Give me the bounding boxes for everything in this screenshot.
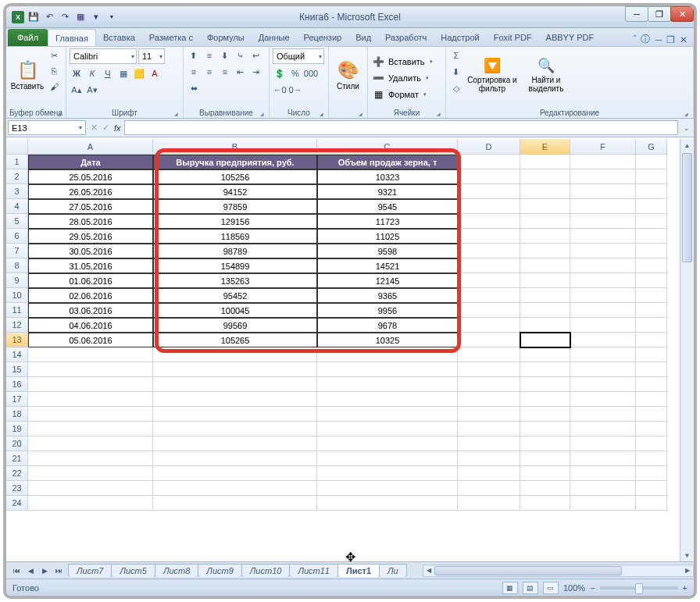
cell[interactable]: [317, 377, 458, 392]
cell[interactable]: [570, 362, 636, 377]
shrink-font-icon[interactable]: A▾: [85, 83, 99, 97]
data-cell[interactable]: 9365: [317, 288, 458, 303]
data-cell[interactable]: 29.05.2016: [28, 229, 153, 244]
data-cell[interactable]: 04.06.2016: [28, 318, 153, 333]
cell[interactable]: [520, 199, 570, 214]
cell[interactable]: [520, 273, 570, 288]
doc-minimize-icon[interactable]: ─: [655, 34, 662, 45]
cell[interactable]: [317, 496, 458, 511]
cell[interactable]: [458, 496, 520, 511]
data-cell[interactable]: 9545: [317, 199, 458, 214]
cell[interactable]: [520, 481, 570, 496]
cell[interactable]: [153, 407, 317, 422]
indent-dec-icon[interactable]: ⇤: [234, 65, 248, 79]
cell[interactable]: [520, 229, 570, 244]
data-cell[interactable]: 11723: [317, 214, 458, 229]
view-normal-icon[interactable]: ▦: [502, 582, 518, 594]
cell[interactable]: [317, 436, 458, 451]
row-header[interactable]: 5: [6, 214, 28, 229]
number-format-combo[interactable]: Общий: [273, 48, 324, 64]
cell[interactable]: [317, 481, 458, 496]
restore-button[interactable]: ❐: [648, 6, 671, 22]
scroll-up-icon[interactable]: ▲: [680, 139, 694, 151]
clear-icon[interactable]: ◇: [449, 81, 463, 95]
zoom-level[interactable]: 100%: [563, 583, 585, 593]
sheet-tab[interactable]: Лист11: [289, 564, 338, 577]
cell[interactable]: [636, 481, 667, 496]
data-cell[interactable]: 12145: [317, 273, 458, 288]
cell[interactable]: [636, 333, 667, 347]
cell[interactable]: [636, 214, 667, 229]
row-header[interactable]: 15: [6, 362, 28, 377]
cell[interactable]: [636, 184, 667, 199]
font-color-button[interactable]: A: [148, 66, 162, 80]
cell[interactable]: [570, 288, 636, 303]
cell[interactable]: [520, 318, 570, 333]
cell[interactable]: [458, 258, 520, 273]
save-icon[interactable]: 💾: [27, 10, 41, 24]
italic-button[interactable]: К: [85, 66, 99, 80]
autosum-icon[interactable]: Σ: [449, 48, 463, 62]
row-header[interactable]: 9: [6, 273, 28, 288]
scroll-thumb[interactable]: [434, 566, 622, 575]
cell[interactable]: [570, 169, 636, 184]
cell[interactable]: [317, 407, 458, 422]
cell[interactable]: [317, 451, 458, 466]
data-cell[interactable]: 10325: [317, 333, 458, 347]
percent-icon[interactable]: %: [288, 66, 302, 80]
cell[interactable]: [570, 466, 636, 481]
cell[interactable]: [520, 303, 570, 318]
doc-close-icon[interactable]: ✕: [680, 34, 688, 45]
font-name-combo[interactable]: Calibri: [70, 48, 137, 64]
cell[interactable]: [570, 347, 636, 362]
cell[interactable]: [520, 169, 570, 184]
cell[interactable]: [458, 169, 520, 184]
cell[interactable]: [28, 451, 153, 466]
column-header[interactable]: G: [636, 139, 667, 155]
column-header[interactable]: E: [520, 139, 570, 155]
cell[interactable]: [636, 303, 667, 318]
scroll-thumb[interactable]: [682, 153, 692, 262]
cell[interactable]: [458, 229, 520, 244]
cell[interactable]: [153, 392, 317, 407]
column-header[interactable]: A: [28, 139, 153, 155]
data-cell[interactable]: 9598: [317, 244, 458, 258]
cell[interactable]: [570, 229, 636, 244]
formula-bar[interactable]: [124, 120, 678, 135]
increase-decimal-icon[interactable]: ←0: [273, 83, 287, 97]
cell[interactable]: [570, 244, 636, 258]
data-cell[interactable]: 100045: [153, 303, 317, 318]
cell[interactable]: [458, 466, 520, 481]
fill-color-button[interactable]: 🟨: [132, 66, 146, 80]
data-cell[interactable]: 9321: [317, 184, 458, 199]
bold-button[interactable]: Ж: [70, 66, 84, 80]
delete-cells-button[interactable]: ➖Удалить: [371, 70, 430, 86]
data-cell[interactable]: 10323: [317, 169, 458, 184]
row-header[interactable]: 19: [6, 422, 28, 436]
tab-formulas[interactable]: Формулы: [200, 29, 252, 46]
tab-insert[interactable]: Вставка: [96, 29, 142, 46]
help-icon[interactable]: ⓘ: [641, 33, 650, 46]
tab-addins[interactable]: Надстрой: [434, 29, 486, 46]
cell[interactable]: [520, 451, 570, 466]
cell[interactable]: [570, 303, 636, 318]
column-header[interactable]: D: [458, 139, 520, 155]
data-cell[interactable]: 05.06.2016: [28, 333, 153, 347]
tab-data[interactable]: Данные: [252, 29, 297, 46]
cell[interactable]: [636, 244, 667, 258]
data-cell[interactable]: 25.05.2016: [28, 169, 153, 184]
cell[interactable]: [570, 481, 636, 496]
cell[interactable]: [458, 451, 520, 466]
align-center-icon[interactable]: ≡: [202, 65, 216, 79]
cell[interactable]: [636, 496, 667, 511]
data-cell[interactable]: 30.05.2016: [28, 244, 153, 258]
data-cell[interactable]: 118569: [153, 229, 317, 244]
cell[interactable]: [570, 496, 636, 511]
data-cell[interactable]: 98789: [153, 244, 317, 258]
cell[interactable]: [520, 258, 570, 273]
align-top-icon[interactable]: ⬆: [187, 48, 201, 62]
sheet-nav-prev-icon[interactable]: ◀: [23, 564, 38, 578]
name-box[interactable]: E13: [8, 120, 86, 135]
row-header[interactable]: 16: [6, 377, 28, 392]
expand-formula-bar-icon[interactable]: ⌄: [680, 119, 694, 137]
